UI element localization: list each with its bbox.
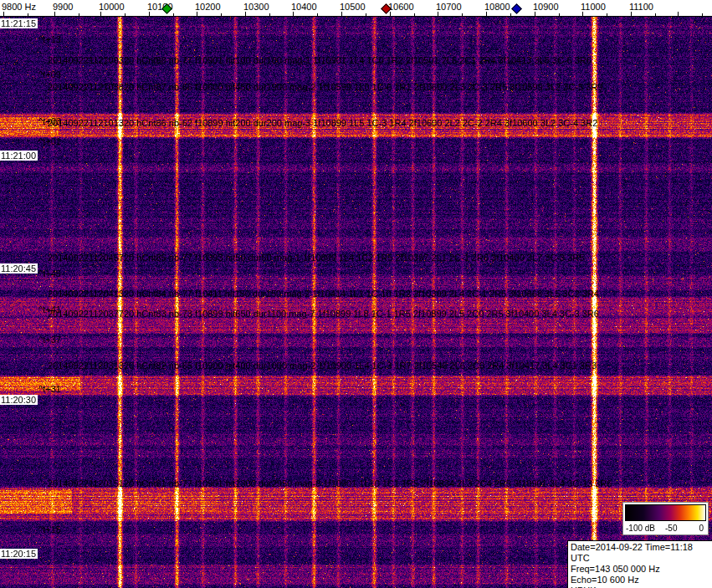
info-echo-line: Echo=10 600 Hz [571,575,711,585]
detection-log-line: 20140922112041320 hCnt84 nb-77 f10411 hi… [48,289,599,299]
db-color-scale: -100 dB -50 0 [622,502,709,535]
time-label: 11:21:15 [0,18,38,28]
event-time-marker: ^t+01 [38,136,61,146]
detection-log-line: 20140922112045720 hCnt85 nb-77 f10393 hi… [48,253,584,263]
db-min-label: -100 dB [626,524,655,534]
time-label: 11:20:15 [0,549,38,559]
time-label: 11:21:00 [0,151,38,161]
station-info-box: Date=2014-09-22 Time=11:18 UTC Freq=143 … [567,540,712,588]
detection-log-line: 20140922112031820 hCnt82 nb-65 f10900 hi… [48,360,597,371]
time-label: 11:20:30 [0,395,38,405]
detection-log-line: 20140922112101320 hCnt86 nb-62 f10899 hi… [48,118,597,128]
info-date-time-line: Date=2014-09-22 Time=11:18 UTC [571,542,711,564]
detection-log-line: 20140922112109320 hCnt88 nb-77 f10901 hi… [48,55,592,65]
info-frequency-line: Freq=143 050 000 Hz [571,564,711,575]
event-time-marker: ^t+09 [38,69,61,79]
event-time-marker: ^t+15 [38,524,61,534]
annotation-layer: 11:21:1511:21:0011:20:4511:20:3011:20:15… [0,0,712,588]
event-time-marker: ^t+13 [38,34,61,44]
event-time-marker: ^t+45 [38,268,61,279]
db-scale-labels: -100 dB -50 0 [623,523,708,534]
db-mid-label: -50 [665,524,677,534]
time-label: 11:20:45 [0,263,38,274]
colormap-gradient [625,504,706,521]
db-max-label: 0 [699,524,704,534]
radio-echo-monitor-window: 9800 Hz990010000101001020010300104001050… [0,0,712,588]
detection-log-line: 20140922112037720 hCnt83 nb-73 f10899 hi… [48,309,599,319]
detection-log-line: 20140922112103820 hCnt87 nb-66 f10600 hi… [48,82,602,92]
event-time-marker: ^t+31 [38,384,61,394]
detection-log-line: 20140922112015120 hCnt81 nb-77 f10901 hi… [48,478,612,488]
event-time-marker: ^t+37 [38,335,61,345]
